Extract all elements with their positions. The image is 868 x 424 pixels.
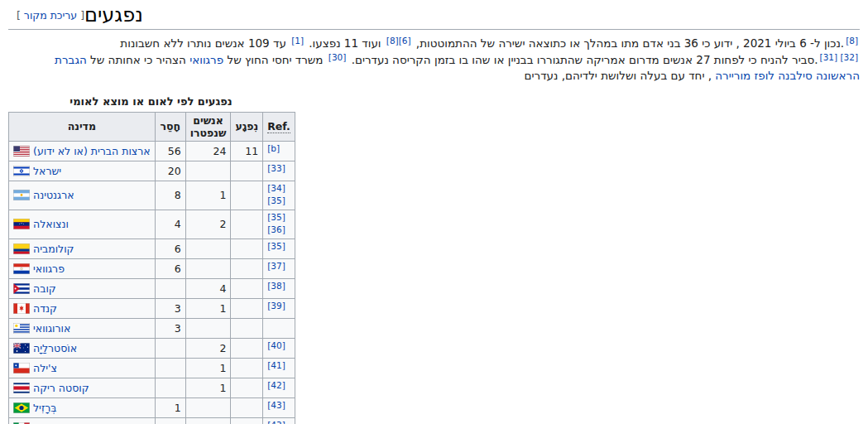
article-section: נפגעים[ עריכת מקור ] [8].נכון ל- 6 ביולי… xyxy=(0,0,868,424)
injured-cell xyxy=(231,398,263,417)
died-cell xyxy=(185,417,231,424)
country-cell: ארגנטינה xyxy=(9,181,156,210)
ref-cell: [35] xyxy=(263,238,295,258)
country-link[interactable]: קנדה xyxy=(33,302,57,315)
ref-cell: [b] xyxy=(263,141,295,161)
injured-cell xyxy=(231,258,263,278)
injured-cell xyxy=(231,298,263,318)
table-row: בְּרָזִיל1[43] xyxy=(9,398,295,417)
ref-link[interactable]: [35] xyxy=(267,241,285,251)
ref-link[interactable]: [35] xyxy=(267,212,285,222)
country-cell: בְּרָזִיל xyxy=(9,398,156,417)
ref-link[interactable]: [33] xyxy=(267,163,285,173)
text-run: עד 109 אנשים נותרו ללא חשבונות xyxy=(120,36,290,50)
ref-cell xyxy=(263,318,295,338)
country-link[interactable]: בְּרָזִיל xyxy=(33,402,57,414)
footnote-ref-link[interactable]: [1] xyxy=(291,36,304,46)
flag-icon-il[interactable] xyxy=(13,166,30,176)
footnote-ref-link[interactable]: [8][6] xyxy=(386,36,411,46)
ref-cell: [35] [36] xyxy=(263,210,295,238)
flag-icon-cl[interactable] xyxy=(13,363,30,373)
missing-cell: 56 xyxy=(155,141,185,161)
injured-cell xyxy=(231,278,263,298)
missing-cell: 4 xyxy=(155,210,185,238)
ref-link[interactable]: [b] xyxy=(267,143,280,153)
injured-cell xyxy=(231,181,263,210)
flag-icon-ve[interactable] xyxy=(13,219,30,229)
ref-link[interactable]: [43] xyxy=(267,420,285,424)
edit-bracket-close: ] xyxy=(17,9,24,22)
country-link[interactable]: ישראל xyxy=(33,165,61,177)
edit-source-link[interactable]: עריכת מקור xyxy=(24,9,77,22)
table-row: ונצואלה42[35] [36] xyxy=(9,210,295,238)
edit-source-section: [ עריכת מקור ] xyxy=(17,9,84,22)
country-cell: צ'ילה xyxy=(9,358,156,378)
missing-cell: 6 xyxy=(155,258,185,278)
country-cell: ארצות הברית (או לא ידוע) xyxy=(9,141,156,161)
missing-cell: 6 xyxy=(155,238,185,258)
missing-cell: 3 xyxy=(155,318,185,338)
footnote-ref-link[interactable]: [31] [32] xyxy=(820,52,858,62)
injured-cell xyxy=(231,210,263,238)
country-link[interactable]: פרגוואי xyxy=(33,263,65,275)
ref-link[interactable]: [36] xyxy=(267,224,285,234)
ref-link[interactable]: [39] xyxy=(267,301,285,311)
country-link[interactable]: קוסטה ריקה xyxy=(33,382,89,394)
table-row: ארצות הברית (או לא ידוע)562411[b] xyxy=(9,141,295,161)
flag-icon-br[interactable] xyxy=(13,402,30,413)
footnote-ref-link[interactable]: [30] xyxy=(328,52,347,62)
died-cell xyxy=(185,318,231,338)
injured-cell xyxy=(231,378,263,398)
footnote-ref-link[interactable]: [8] xyxy=(846,36,858,46)
flag-icon-cu[interactable] xyxy=(13,283,30,294)
text-run: .סביר להניח כי לפחות 27 אנשים מדרום אמרי… xyxy=(348,53,818,66)
country-link[interactable]: קובה xyxy=(33,282,56,295)
missing-cell xyxy=(155,278,185,298)
missing-cell xyxy=(155,338,185,358)
country-link[interactable]: ונצואלה xyxy=(33,218,69,230)
country-cell: קנדה xyxy=(9,298,156,318)
col-header-country: מדינה xyxy=(9,112,156,141)
missing-cell: 8 xyxy=(155,181,185,210)
flag-icon-ar[interactable] xyxy=(13,190,30,200)
country-link[interactable]: איטליה xyxy=(33,422,64,424)
ref-link[interactable]: [43] xyxy=(267,400,285,410)
country-link[interactable]: קולומביה xyxy=(33,243,74,255)
missing-cell: 3 xyxy=(155,298,185,318)
intro-paragraph: [8].נכון ל- 6 ביולי 2021 , ידוע כי 36 בנ… xyxy=(8,36,860,84)
text-run: .נכון ל- 6 ביולי 2021 , ידוע כי 36 בני א… xyxy=(413,36,845,50)
inline-wiki-link[interactable]: פרגוואי xyxy=(189,53,223,66)
country-link[interactable]: ארצות הברית (או לא ידוע) xyxy=(33,145,151,157)
flag-icon-au[interactable] xyxy=(13,343,30,354)
country-link[interactable]: צ'ילה xyxy=(33,362,57,374)
table-header-row: מדינה חָסֵר אנשים שנפטרו נִפגָע Ref. xyxy=(9,112,295,141)
ref-link[interactable]: [40] xyxy=(267,340,285,350)
injured-cell xyxy=(231,417,263,424)
died-cell: 4 xyxy=(185,278,231,298)
flag-icon-cr[interactable] xyxy=(13,383,30,393)
ref-cell: [41] xyxy=(263,358,295,378)
flag-icon-uy[interactable] xyxy=(13,323,30,334)
flag-icon-co[interactable] xyxy=(13,243,30,254)
flag-icon-ca[interactable] xyxy=(13,303,30,314)
country-link[interactable]: ארגנטינה xyxy=(33,189,74,201)
injured-cell xyxy=(231,161,263,181)
ref-link[interactable]: [37] xyxy=(267,261,285,271)
ref-link[interactable]: [41] xyxy=(267,360,285,370)
table-row: אוֹסטרלַיָה2[40] xyxy=(9,338,295,358)
country-link[interactable]: אורוגוואי xyxy=(33,322,70,335)
ref-link[interactable]: [42] xyxy=(267,380,285,390)
ref-link[interactable]: [34] xyxy=(267,183,285,193)
flag-icon-us[interactable] xyxy=(13,146,30,157)
country-link[interactable]: אוֹסטרלַיָה xyxy=(33,342,77,354)
injured-cell xyxy=(231,358,263,378)
flag-icon-py[interactable] xyxy=(13,263,30,274)
missing-cell xyxy=(155,358,185,378)
ref-link[interactable]: [38] xyxy=(267,281,285,291)
missing-cell: 1 xyxy=(155,398,185,417)
died-cell xyxy=(185,398,231,417)
text-run: הצהיר כי אחותה של xyxy=(87,53,189,66)
ref-link[interactable]: [35] xyxy=(267,195,285,205)
died-cell xyxy=(185,161,231,181)
died-cell xyxy=(185,258,231,278)
